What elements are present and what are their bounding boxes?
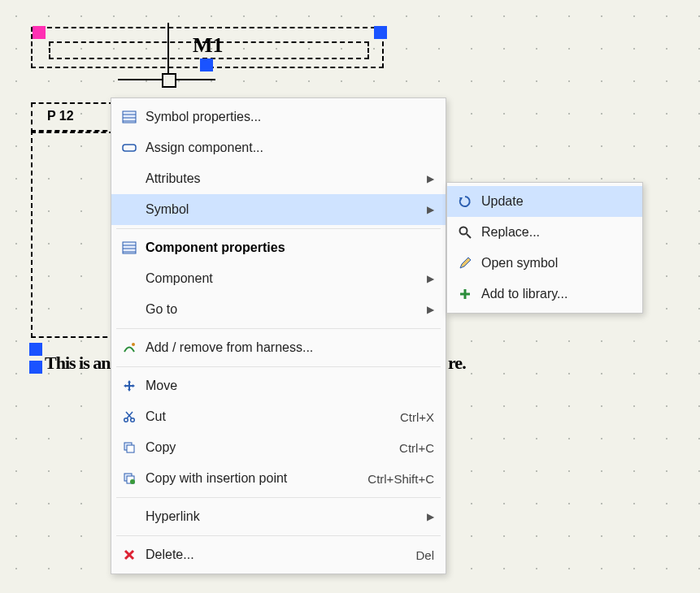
plus-icon — [454, 288, 476, 300]
menu-shortcut: Ctrl+Shift+C — [367, 472, 434, 486]
copy-icon — [118, 441, 141, 454]
menu-label: Add to library... — [476, 287, 631, 301]
harness-icon — [118, 341, 141, 354]
menu-symbol[interactable]: Symbol ▶ — [111, 194, 446, 225]
menu-shortcut: Ctrl+X — [400, 410, 434, 424]
handle-b2[interactable] — [29, 361, 42, 374]
menu-label: Copy with insertion point — [141, 471, 345, 486]
menu-separator — [116, 228, 441, 229]
handle-topright[interactable] — [374, 26, 387, 39]
svg-line-23 — [467, 234, 471, 238]
symbol-stem — [167, 23, 169, 80]
properties-icon — [118, 241, 141, 254]
menu-harness[interactable]: Add / remove from harness... — [111, 332, 446, 363]
menu-label: Symbol — [141, 202, 421, 217]
search-icon — [454, 226, 476, 239]
caption-left: This is an — [45, 353, 111, 374]
menu-label: Component — [141, 271, 421, 286]
caption-right: re. — [448, 353, 466, 374]
context-menu[interactable]: Symbol properties... Assign component...… — [111, 97, 446, 574]
refresh-icon — [454, 195, 476, 208]
assign-icon — [118, 142, 141, 154]
menu-label: Replace... — [476, 225, 631, 240]
submenu-arrow-icon: ▶ — [421, 273, 434, 284]
menu-label: Assign component... — [141, 141, 434, 155]
cut-icon — [118, 410, 141, 423]
copy-insertion-icon — [118, 472, 141, 485]
menu-symbol-properties[interactable]: Symbol properties... — [111, 102, 446, 132]
move-icon — [118, 379, 141, 392]
menu-hyperlink[interactable]: Hyperlink ▶ — [111, 501, 446, 532]
menu-cut[interactable]: Cut Ctrl+X — [111, 401, 446, 432]
handle-b1[interactable] — [29, 343, 42, 356]
svg-rect-15 — [127, 445, 134, 452]
menu-label: Add / remove from harness... — [141, 340, 434, 355]
submenu-symbol[interactable]: Update Replace... Open symbol Add to lib… — [446, 182, 643, 314]
menu-separator — [116, 535, 441, 536]
submenu-open[interactable]: Open symbol — [447, 248, 642, 279]
schematic-canvas[interactable]: M1 P 12 This is an re. Symbol properties… — [0, 0, 700, 593]
svg-point-18 — [130, 479, 135, 484]
submenu-replace[interactable]: Replace... — [447, 217, 642, 248]
menu-assign-component[interactable]: Assign component... — [111, 132, 446, 163]
delete-icon — [118, 549, 141, 561]
symbol-node — [162, 73, 176, 88]
pencil-icon — [454, 257, 476, 270]
menu-label: Component properties — [141, 240, 434, 255]
menu-label: Update — [476, 194, 631, 209]
menu-separator — [116, 366, 441, 367]
menu-component-properties[interactable]: Component properties — [111, 232, 446, 263]
submenu-arrow-icon: ▶ — [421, 511, 434, 522]
submenu-update[interactable]: Update — [447, 186, 642, 217]
submenu-arrow-icon: ▶ — [421, 304, 434, 315]
menu-move[interactable]: Move — [111, 370, 446, 401]
menu-separator — [116, 497, 441, 498]
menu-label: Attributes — [141, 171, 421, 186]
menu-copy-ip[interactable]: Copy with insertion point Ctrl+Shift+C — [111, 463, 446, 494]
menu-component[interactable]: Component ▶ — [111, 263, 446, 294]
svg-line-13 — [126, 412, 132, 418]
menu-label: Copy — [141, 440, 376, 455]
menu-delete[interactable]: Delete... Del — [111, 539, 446, 570]
menu-label: Delete... — [141, 548, 393, 562]
menu-goto[interactable]: Go to ▶ — [111, 294, 446, 325]
properties-icon — [118, 110, 141, 123]
pin-label: P 12 — [47, 109, 74, 123]
symbol-designator: M1 — [193, 33, 224, 58]
sel-box-2 — [31, 130, 115, 338]
svg-rect-4 — [123, 145, 136, 151]
menu-shortcut: Ctrl+C — [399, 441, 434, 455]
handle-topleft[interactable] — [33, 26, 46, 39]
menu-label: Go to — [141, 302, 421, 317]
menu-label: Open symbol — [476, 256, 631, 271]
svg-point-9 — [132, 343, 135, 346]
submenu-arrow-icon: ▶ — [421, 204, 434, 215]
menu-label: Symbol properties... — [141, 110, 434, 124]
menu-label: Move — [141, 379, 434, 393]
menu-separator — [116, 328, 441, 329]
menu-label: Cut — [141, 409, 377, 424]
svg-point-22 — [460, 227, 467, 235]
menu-copy[interactable]: Copy Ctrl+C — [111, 432, 446, 463]
menu-label: Hyperlink — [141, 509, 421, 524]
menu-attributes[interactable]: Attributes ▶ — [111, 163, 446, 194]
menu-shortcut: Del — [415, 548, 434, 562]
svg-line-12 — [127, 412, 133, 418]
handle-mid[interactable] — [200, 58, 213, 71]
submenu-addlib[interactable]: Add to library... — [447, 279, 642, 309]
submenu-arrow-icon: ▶ — [421, 173, 434, 184]
